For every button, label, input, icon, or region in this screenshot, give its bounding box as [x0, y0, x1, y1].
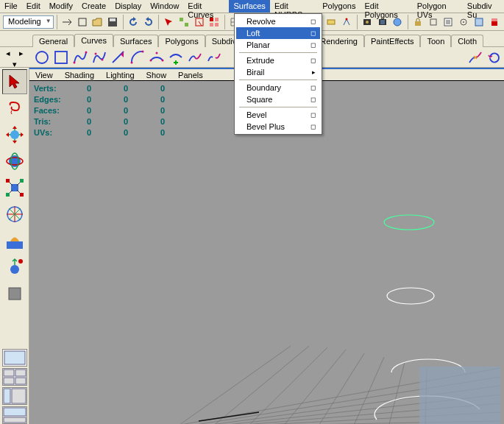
single-pane-layout-button[interactable]	[2, 349, 27, 367]
detach-curve-icon[interactable]	[205, 48, 224, 67]
menu-item-loft[interactable]: Loft◻	[236, 27, 320, 39]
ipr-render-icon[interactable]	[375, 15, 389, 29]
menu-item-polygon-uvs[interactable]: Polygon UVs	[413, 0, 463, 13]
render-globals-icon[interactable]	[391, 15, 405, 29]
viewport-menu-panels[interactable]: Panels	[172, 69, 209, 80]
rotate-tool-button[interactable]	[2, 149, 27, 174]
construction-history-icon[interactable]	[340, 15, 354, 29]
menu-item-edit-curves[interactable]: Edit Curves	[183, 0, 229, 13]
three-point-arc-icon[interactable]	[147, 48, 166, 67]
nurbs-square-icon[interactable]	[52, 48, 71, 67]
option-box-icon[interactable]: ◻	[310, 41, 316, 49]
shelf-menu-icon[interactable]: ▾	[1, 59, 28, 69]
viewport-menu-view[interactable]: View	[29, 69, 59, 80]
open-close-curve-icon[interactable]	[485, 48, 504, 67]
menu-item-birail[interactable]: Birail	[236, 66, 320, 78]
ep-curve-icon[interactable]	[71, 48, 90, 67]
arc-tool-icon[interactable]	[128, 48, 147, 67]
menu-item-subdiv-su[interactable]: Subdiv Su	[463, 0, 504, 13]
show-manipulator-button[interactable]	[2, 255, 27, 280]
soft-modification-button[interactable]	[2, 228, 27, 253]
shelf-tab-left-icon[interactable]: ◂	[1, 47, 15, 59]
svg-rect-8	[210, 23, 213, 26]
shelf-tab-toon[interactable]: Toon	[420, 35, 451, 47]
shelf-tab-right-icon[interactable]: ▸	[15, 47, 28, 59]
attr-editor-icon[interactable]	[441, 15, 455, 29]
menu-item-edit-nurbs[interactable]: Edit NURBS	[270, 0, 318, 13]
select-object-icon[interactable]	[192, 15, 206, 29]
tool-settings-icon[interactable]	[457, 15, 471, 29]
shelf-tab-surfaces[interactable]: Surfaces	[113, 35, 158, 47]
layer-editor-icon[interactable]	[487, 15, 501, 29]
render-frame-icon[interactable]	[360, 15, 374, 29]
viewport-menu-shading[interactable]: Shading	[59, 69, 100, 80]
shelf-tab-curves[interactable]: Curves	[74, 34, 113, 47]
shelf-tab-polygons[interactable]: Polygons	[158, 35, 205, 47]
new-scene-icon[interactable]	[75, 15, 89, 29]
menu-item-edit[interactable]: Edit	[22, 0, 45, 13]
menu-item-modify[interactable]: Modify	[45, 0, 77, 13]
redo-icon[interactable]	[141, 15, 155, 29]
menu-item-polygons[interactable]: Polygons	[318, 0, 360, 13]
svg-point-32	[95, 52, 97, 54]
menu-item-edit-polygons[interactable]: Edit Polygons	[360, 0, 412, 13]
shelf-tab-cloth[interactable]: Cloth	[451, 35, 483, 47]
open-scene-icon[interactable]	[90, 15, 104, 29]
persp-graph-layout-button[interactable]	[2, 406, 27, 424]
channel-box-icon[interactable]	[472, 15, 486, 29]
select-component-icon[interactable]	[207, 15, 221, 29]
viewport-menu-show[interactable]: Show	[141, 69, 173, 80]
menu-item-window[interactable]: Window	[146, 0, 183, 13]
menu-item-revolve[interactable]: Revolve◻	[236, 15, 320, 27]
shelf-tab-painteffects[interactable]: PaintEffects	[364, 35, 421, 47]
svg-point-33	[102, 58, 104, 60]
menu-item-bevel-plus[interactable]: Bevel Plus◻	[236, 121, 320, 132]
mode-combo[interactable]: Modeling	[3, 15, 54, 29]
menu-item-surfaces[interactable]: Surfaces	[229, 0, 269, 13]
lock-icon[interactable]	[411, 15, 425, 29]
move-tool-button[interactable]	[2, 122, 27, 147]
undo-icon[interactable]	[126, 15, 140, 29]
align-curve-icon[interactable]	[466, 48, 485, 67]
select-tool-button[interactable]	[2, 69, 27, 94]
menu-item-file[interactable]: File	[0, 0, 22, 13]
svg-line-73	[318, 353, 364, 424]
option-box-icon[interactable]: ◻	[310, 96, 316, 103]
scale-tool-button[interactable]	[2, 175, 27, 200]
pencil-curve-icon[interactable]	[109, 48, 128, 67]
menu-item-boundary[interactable]: Boundary◻	[236, 82, 320, 93]
shelf-tab-general[interactable]: General	[32, 35, 74, 47]
save-scene-icon[interactable]	[106, 15, 120, 29]
menu-item-extrude[interactable]: Extrude◻	[236, 54, 320, 66]
attach-curve-icon[interactable]	[185, 48, 205, 67]
option-box-icon[interactable]: ◻	[310, 111, 316, 119]
menu-item-square[interactable]: Square◻	[236, 93, 320, 105]
option-box-icon[interactable]: ◻	[310, 84, 316, 91]
option-box-icon[interactable]: ◻	[310, 123, 316, 130]
option-box-icon[interactable]: ◻	[310, 18, 316, 25]
menu-item-create[interactable]: Create	[77, 0, 110, 13]
cv-curve-icon[interactable]	[90, 48, 109, 67]
lasso-tool-button[interactable]	[2, 96, 27, 121]
nurbs-circle-icon[interactable]	[32, 48, 52, 67]
toolbox-column	[0, 68, 29, 424]
universal-manipulator-button[interactable]	[2, 202, 27, 227]
history-out-icon[interactable]	[324, 15, 338, 29]
separator	[224, 15, 225, 29]
viewport-menu-lighting[interactable]: Lighting	[100, 69, 141, 80]
menu-item-planar[interactable]: Planar◻	[236, 39, 320, 51]
select-by-name-icon[interactable]	[162, 15, 176, 29]
select-hierarchy-icon[interactable]	[177, 15, 191, 29]
menu-item-bevel[interactable]: Bevel◻	[236, 109, 320, 121]
menu-item-display[interactable]: Display	[110, 0, 146, 13]
four-view-layout-button[interactable]	[2, 368, 27, 386]
show-manipulator-icon[interactable]	[426, 15, 440, 29]
svg-rect-46	[6, 193, 10, 197]
last-tool-button[interactable]	[2, 281, 27, 306]
arrow-icon[interactable]	[60, 15, 74, 29]
option-box-icon[interactable]: ◻	[310, 29, 316, 37]
persp-outliner-layout-button[interactable]	[2, 387, 27, 405]
svg-rect-21	[430, 19, 436, 25]
add-points-icon[interactable]	[166, 48, 185, 67]
option-box-icon[interactable]: ◻	[310, 57, 316, 64]
